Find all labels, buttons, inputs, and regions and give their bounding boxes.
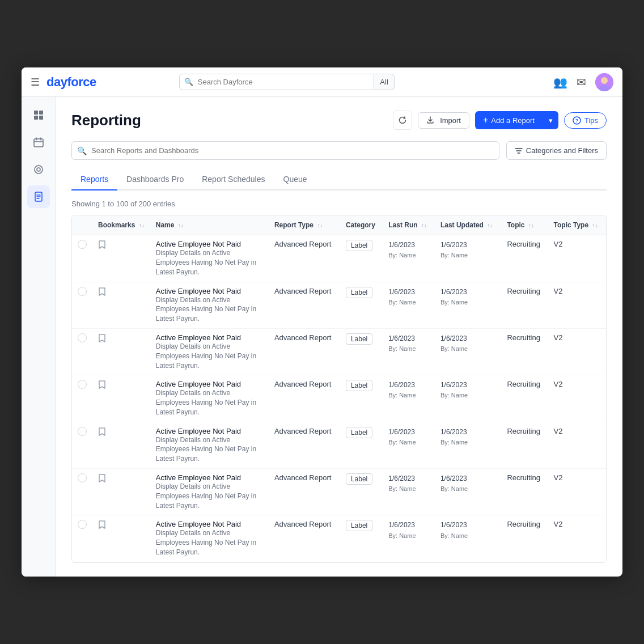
report-desc: Display Details on Active Employees Havi…	[156, 435, 258, 464]
global-search-input[interactable]	[179, 74, 375, 90]
report-name[interactable]: Active Employee Not Paid	[156, 240, 263, 248]
add-report-caret[interactable]: ▾	[543, 112, 558, 129]
topic-type-sort-icon[interactable]: ↑↓	[592, 222, 598, 228]
topic-value: Recruiting	[507, 520, 540, 528]
last-run-by: By: Name	[388, 438, 429, 448]
category-badge: Label	[346, 333, 372, 345]
row-checkbox[interactable]	[78, 520, 87, 529]
last-run-date: 1/6/2023	[388, 473, 429, 484]
row-checkbox[interactable]	[78, 380, 87, 389]
topic-type-value: V2	[554, 287, 563, 295]
row-name-cell: Active Employee Not Paid Display Details…	[150, 235, 269, 282]
report-name[interactable]: Active Employee Not Paid	[156, 427, 263, 435]
sidebar-item-reports[interactable]	[27, 185, 50, 208]
row-checkbox[interactable]	[78, 240, 87, 249]
report-name[interactable]: Active Employee Not Paid	[156, 473, 263, 482]
row-bookmark-cell	[92, 469, 150, 515]
topic-sort-icon[interactable]: ↑↓	[528, 222, 534, 228]
tips-button[interactable]: ? Tips	[564, 112, 607, 129]
bookmark-icon[interactable]	[98, 474, 106, 484]
table-row: Active Employee Not Paid Display Details…	[72, 515, 606, 562]
bookmark-icon[interactable]	[98, 334, 106, 344]
svg-rect-5	[34, 116, 38, 120]
report-type-value: Advanced Report	[274, 240, 331, 248]
row-report-type-cell: Advanced Report	[269, 328, 340, 375]
tab-dashboards[interactable]: Dashboards Pro	[117, 169, 193, 190]
last-updated-date: 1/6/2023	[440, 287, 496, 298]
svg-rect-7	[34, 139, 43, 147]
row-checkbox[interactable]	[78, 473, 87, 482]
col-category: Category	[340, 215, 383, 235]
bookmark-icon[interactable]	[98, 428, 106, 438]
row-category-cell: Label	[340, 328, 383, 375]
col-report-type[interactable]: Report Type ↑↓	[269, 215, 340, 235]
hamburger-icon[interactable]: ☰	[31, 76, 40, 88]
row-topic-type-cell: V2	[548, 422, 606, 468]
col-name[interactable]: Name ↑↓	[150, 215, 269, 235]
tab-queue[interactable]: Queue	[274, 169, 316, 190]
col-last-run[interactable]: Last Run ↑↓	[383, 215, 435, 235]
refresh-button[interactable]	[393, 111, 412, 130]
row-last-run-cell: 1/6/2023 By: Name	[383, 235, 435, 282]
page-title: Reporting	[71, 112, 393, 129]
svg-point-11	[35, 166, 43, 173]
report-desc: Display Details on Active Employees Havi…	[156, 388, 258, 417]
last-run-by: By: Name	[388, 484, 429, 494]
col-topic-type-label: Topic Type	[554, 221, 589, 229]
report-type-sort-icon[interactable]: ↑↓	[317, 222, 323, 228]
import-button[interactable]: Import	[418, 112, 469, 129]
row-last-run-cell: 1/6/2023 By: Name	[383, 328, 435, 375]
topic-value: Recruiting	[507, 427, 540, 435]
search-filter-dropdown[interactable]: All	[374, 74, 394, 90]
last-run-date: 1/6/2023	[388, 333, 429, 344]
row-last-run-cell: 1/6/2023 By: Name	[383, 375, 435, 422]
last-run-by: By: Name	[388, 298, 429, 308]
bookmark-icon[interactable]	[98, 288, 106, 298]
mail-icon[interactable]: ✉	[577, 75, 586, 89]
col-topic-type[interactable]: Topic Type ↑↓	[548, 215, 606, 235]
add-report-button[interactable]: + Add a Report ▾	[475, 111, 558, 129]
team-icon[interactable]: 👥	[553, 75, 567, 89]
sidebar-item-1[interactable]	[27, 104, 50, 126]
row-checkbox-cell	[72, 282, 92, 328]
last-run-sort-icon[interactable]: ↑↓	[421, 222, 427, 228]
table-row: Active Employee Not Paid Display Details…	[72, 422, 606, 468]
bookmark-sort-icon[interactable]: ↑↓	[139, 222, 145, 228]
bookmark-icon[interactable]	[98, 381, 106, 391]
col-last-updated[interactable]: Last Updated ↑↓	[435, 215, 502, 235]
last-updated-sort-icon[interactable]: ↑↓	[487, 222, 493, 228]
sidebar-item-2[interactable]	[27, 131, 50, 154]
report-desc: Display Details on Active Employees Havi…	[156, 528, 258, 557]
row-report-type-cell: Advanced Report	[269, 235, 340, 282]
avatar[interactable]	[595, 73, 613, 91]
bookmark-icon[interactable]	[98, 241, 106, 251]
table-row: Active Employee Not Paid Display Details…	[72, 282, 606, 328]
row-name-cell: Active Employee Not Paid Display Details…	[150, 375, 269, 422]
search-icon: 🔍	[184, 78, 193, 86]
row-checkbox[interactable]	[78, 287, 87, 296]
tab-schedules[interactable]: Report Schedules	[193, 169, 274, 190]
report-name[interactable]: Active Employee Not Paid	[156, 520, 263, 528]
report-name[interactable]: Active Employee Not Paid	[156, 287, 263, 295]
bookmark-icon[interactable]	[98, 521, 106, 531]
name-sort-icon[interactable]: ↑↓	[178, 222, 184, 228]
col-last-updated-label: Last Updated	[440, 221, 484, 229]
last-run-date: 1/6/2023	[388, 427, 429, 438]
svg-point-1	[601, 77, 608, 84]
report-search-input[interactable]	[71, 141, 499, 160]
last-updated-date: 1/6/2023	[440, 240, 496, 251]
sidebar-item-3[interactable]	[27, 158, 50, 181]
global-search-bar: 🔍 All	[179, 74, 395, 90]
report-name[interactable]: Active Employee Not Paid	[156, 333, 263, 342]
row-report-type-cell: Advanced Report	[269, 469, 340, 515]
search-row: 🔍 Categories and Filters	[71, 141, 607, 160]
categories-filter-button[interactable]: Categories and Filters	[506, 141, 607, 160]
tab-reports[interactable]: Reports	[71, 169, 117, 190]
col-bookmark[interactable]: Bookmarks ↑↓	[92, 215, 150, 235]
col-topic[interactable]: Topic ↑↓	[501, 215, 548, 235]
report-name[interactable]: Active Employee Not Paid	[156, 380, 263, 388]
row-checkbox[interactable]	[78, 427, 87, 436]
row-checkbox[interactable]	[78, 333, 87, 342]
header-actions: Import + Add a Report ▾ ?	[393, 111, 607, 130]
row-last-updated-cell: 1/6/2023 By: Name	[435, 328, 502, 375]
